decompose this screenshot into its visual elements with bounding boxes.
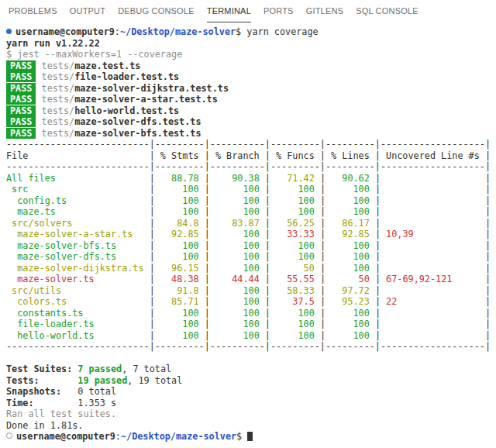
terminal-text: | — [320, 296, 326, 307]
panel-tab-debug-console[interactable]: DEBUG CONSOLE — [118, 0, 195, 22]
test-file-name: hello-world.test.ts — [74, 105, 179, 116]
coverage-row: src/solvers | 84.8 | 83.87 | 56.25 | 86.… — [6, 218, 496, 229]
coverage-cell: 95.23 — [326, 296, 375, 307]
summary-line: Time: 1.353 s — [6, 398, 496, 409]
coverage-file-name: file-loader.ts — [6, 319, 150, 329]
terminal-text: | — [320, 240, 326, 251]
coverage-file-name: src/solvers — [6, 218, 150, 229]
terminal-text: | — [265, 184, 270, 195]
terminal-text: | — [205, 218, 210, 229]
terminal-text: | — [320, 195, 326, 206]
terminal-text: | — [375, 251, 381, 262]
summary-label: Tests: — [6, 375, 78, 386]
coverage-uncovered-lines — [381, 263, 485, 274]
terminal-text: | — [375, 319, 381, 329]
summary-total: , 19 total — [127, 375, 182, 386]
ran-suites-text: Ran all test suites. — [6, 408, 116, 419]
coverage-cell: 100 — [326, 251, 375, 262]
coverage-cell: 100 — [155, 251, 205, 262]
command-decoration-success-icon[interactable] — [6, 29, 12, 34]
panel-tab-output[interactable]: OUTPUT — [70, 0, 105, 22]
terminal-text — [36, 83, 41, 94]
yarn-version-line: yarn run v1.22.22 — [6, 38, 496, 50]
coverage-cell: 100 — [155, 240, 205, 251]
panel-tab-sql-console[interactable]: SQL CONSOLE — [356, 0, 418, 22]
terminal-text: | — [265, 173, 270, 184]
coverage-cell: 100 — [210, 184, 265, 195]
coverage-row: maze.ts | 100 | 100 | 100 | 100 | | — [6, 206, 496, 218]
terminal-output[interactable]: username@computer9:~/Desktop/maze-solver… — [0, 22, 496, 443]
prompt-separator: : — [115, 26, 120, 37]
terminal-text: | — [320, 218, 326, 229]
coverage-cell: 90.38 — [210, 173, 265, 184]
terminal-text: | — [375, 240, 381, 251]
coverage-uncovered-lines — [381, 240, 485, 251]
coverage-row: constants.ts | 100 | 100 | 100 | 100 | | — [6, 308, 496, 319]
coverage-cell: 100 — [270, 251, 320, 262]
terminal-text: | — [205, 319, 210, 329]
terminal-text: | — [150, 229, 155, 240]
test-result-line: PASS tests/maze-solver-dfs.test.ts — [6, 116, 496, 128]
terminal-text — [36, 94, 41, 105]
coverage-file-name: maze.ts — [6, 206, 150, 217]
coverage-cell: 100 — [270, 319, 320, 329]
terminal-text: | — [485, 173, 491, 184]
coverage-cell: 100 — [155, 184, 205, 195]
coverage-row: maze-solver.ts | 48.38 | 44.44 | 55.55 |… — [6, 274, 496, 285]
terminal-text: | — [150, 296, 155, 307]
prompt-line: username@computer9:~/Desktop/maze-solver… — [6, 26, 496, 38]
coverage-cell: 100 — [210, 285, 265, 296]
terminal-text: | — [205, 206, 210, 217]
coverage-cell: 100 — [210, 308, 265, 319]
coverage-file-name: maze-solver-a-star.ts — [6, 229, 150, 240]
terminal-text — [36, 71, 41, 82]
table-border-text: --------------------------|---------|---… — [6, 161, 491, 172]
command-decoration-pending-icon[interactable] — [6, 432, 12, 439]
terminal-text: | — [375, 296, 381, 307]
test-file-name: maze-solver-bfs.test.ts — [74, 128, 201, 139]
terminal-text: | — [485, 285, 491, 296]
terminal-text — [36, 116, 41, 127]
terminal-text — [242, 431, 247, 442]
pass-badge: PASS — [6, 83, 36, 94]
test-result-line: PASS tests/hello-world.test.ts — [6, 105, 496, 117]
coverage-cell: 100 — [155, 319, 205, 329]
panel-tab-terminal[interactable]: TERMINAL — [207, 0, 251, 22]
terminal-text: | — [205, 296, 210, 307]
terminal-text: | — [265, 330, 270, 341]
coverage-cell: 100 — [210, 263, 265, 274]
panel-tab-ports[interactable]: PORTS — [264, 0, 294, 22]
terminal-text: | — [265, 229, 270, 240]
terminal-text: | — [265, 195, 270, 206]
coverage-uncovered-lines: 22 — [381, 296, 485, 307]
terminal-text: | — [205, 173, 210, 184]
pass-badge: PASS — [6, 105, 36, 116]
panel-tab-gitlens[interactable]: GITLENS — [306, 0, 343, 22]
coverage-cell: 100 — [326, 206, 375, 217]
terminal-text: | — [320, 274, 326, 284]
coverage-uncovered-lines: 67-69,92-121 — [381, 274, 485, 284]
terminal-text: | — [150, 184, 155, 195]
coverage-cell: 58.33 — [270, 285, 320, 296]
coverage-row: All files | 88.78 | 90.38 | 71.42 | 90.6… — [6, 173, 496, 184]
table-border: --------------------------|---------|---… — [6, 161, 496, 173]
terminal-text: | — [375, 308, 381, 319]
coverage-cell: 100 — [210, 296, 265, 307]
coverage-file-name: colors.ts — [6, 296, 150, 307]
coverage-cell: 100 — [270, 330, 320, 341]
coverage-uncovered-lines — [381, 206, 485, 217]
coverage-cell: 33.33 — [270, 229, 320, 240]
terminal-text: | — [265, 251, 270, 262]
ran-suites-line: Ran all test suites. — [6, 408, 496, 420]
terminal-text: | — [485, 251, 491, 262]
terminal-text: | — [375, 184, 381, 195]
test-file-name: maze-solver-dfs.test.ts — [74, 116, 201, 127]
terminal-text: | — [205, 251, 210, 262]
coverage-cell: 100 — [326, 308, 375, 319]
coverage-cell: 71.42 — [270, 173, 320, 184]
coverage-cell: 83.87 — [210, 218, 265, 229]
panel-tab-problems[interactable]: PROBLEMS — [9, 0, 57, 22]
table-border: --------------------------|---------|---… — [6, 341, 496, 353]
test-file-name: maze.test.ts — [74, 60, 140, 71]
coverage-uncovered-lines — [381, 251, 485, 262]
